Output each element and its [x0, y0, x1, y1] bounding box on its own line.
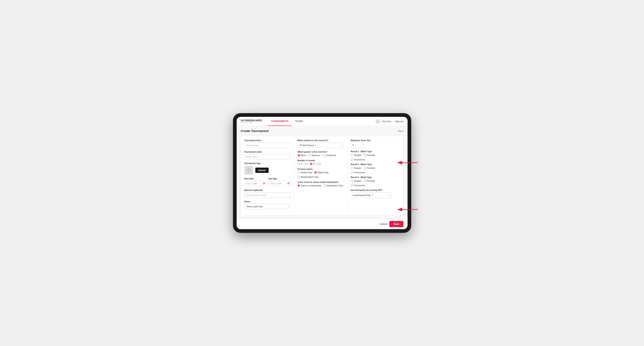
round3-label: Round 3 - Match Type: [351, 176, 391, 178]
sponsor-label: Sponsor (optional): [244, 189, 291, 191]
round2-singles[interactable]: Singles: [351, 167, 362, 169]
end-date-group: End date: [268, 177, 291, 186]
round1-foursomes[interactable]: Foursomes: [351, 158, 365, 161]
start-date-label: Start date: [244, 177, 266, 180]
page-wrapper: SCOREBOARD Powered by clippit TOURNAMENT…: [4, 113, 640, 233]
division-group: Which division is the event for? NCAA Di…: [298, 139, 344, 148]
tournament-host-group: Tournament Host: [244, 139, 291, 148]
sign-out-link[interactable]: Sign out: [395, 120, 403, 123]
dates-group: Start date End date: [244, 177, 291, 186]
rounds-group: Number of rounds 1 2: [298, 159, 344, 165]
form-col-1: Tournament Host Tournament name Tourname…: [241, 136, 294, 215]
tablet-frame: SCOREBOARD Powered by clippit TOURNAMENT…: [233, 113, 411, 233]
page-title: Create Tournament: [241, 129, 268, 133]
save-button[interactable]: Save: [389, 221, 403, 227]
main-content: Create Tournament ← Back Tournament Host…: [237, 126, 408, 219]
round3-foursomes[interactable]: Foursomes: [351, 184, 365, 187]
division-select-wrapper: NCAA Division I NCAA Division II NCAA Di…: [298, 143, 344, 148]
avatar: [376, 119, 380, 124]
logo-placeholder: [244, 166, 253, 175]
rounds-label: Number of rounds: [298, 159, 344, 162]
round1-fourball[interactable]: Fourball: [364, 154, 375, 156]
date-row: Start date End date: [244, 177, 291, 186]
start-date-input[interactable]: [244, 181, 266, 186]
nav-tabs: TOURNAMENTS TEAMS: [268, 117, 376, 126]
sponsor-group: Sponsor (optional): [244, 189, 291, 198]
brand-title: SCOREBOARD: [241, 119, 262, 122]
tournament-host-label: Tournament Host: [244, 139, 291, 142]
end-date-input[interactable]: [268, 181, 291, 186]
nav-tab-teams[interactable]: TEAMS: [292, 117, 306, 126]
upload-button[interactable]: Upload: [255, 168, 268, 173]
tablet-screen: SCOREBOARD Powered by clippit TOURNAMENT…: [237, 117, 408, 229]
round2-foursomes[interactable]: Foursomes: [351, 171, 365, 174]
scoring-group: Scoring system Stroke Play Match Play: [298, 168, 344, 178]
gender-womens[interactable]: Womens: [308, 154, 320, 157]
api-group: Use third-party live scoring API? Leader…: [351, 189, 391, 198]
gender-label: Which gender is the event for?: [298, 151, 344, 153]
venue-select[interactable]: Search golf club: [244, 204, 291, 209]
round-1[interactable]: 1: [298, 163, 302, 165]
sponsor-input[interactable]: [244, 192, 291, 198]
tournament-logo-group: Tournament logo Upload: [244, 162, 291, 175]
max-team-size-input[interactable]: [351, 143, 363, 148]
arrow-bottom-icon: [395, 205, 420, 214]
tournament-name-group: Tournament name: [244, 151, 291, 159]
teams-plus-individuals[interactable]: Teams (+Individuals): [298, 184, 322, 187]
round3-radio-group: Singles Fourball Foursomes: [351, 180, 391, 187]
max-team-size-label: Maximum Team Size: [351, 139, 391, 142]
scoring-match[interactable]: Match Play: [314, 171, 329, 174]
max-team-size-group: Maximum Team Size: [351, 139, 391, 148]
division-label: Which division is the event for?: [298, 139, 344, 142]
tournament-name-input[interactable]: [244, 154, 291, 159]
round3-fourball[interactable]: Fourball: [364, 180, 375, 182]
svg-point-1: [248, 170, 248, 170]
round2-match-type: Round 2 - Match Type Singles Fourball: [351, 163, 391, 174]
round3-singles[interactable]: Singles: [351, 180, 362, 182]
teams-group: Is this event for Teams and/or Individua…: [298, 181, 344, 187]
venue-group: Venue Search golf club: [244, 200, 291, 209]
round-2[interactable]: 2: [304, 163, 308, 165]
cancel-button[interactable]: Cancel: [380, 223, 387, 225]
api-label: Use third-party live scoring API?: [351, 189, 391, 191]
api-select[interactable]: Leaderboard King ✕ ▾: [351, 192, 391, 198]
gender-mens[interactable]: Mens: [298, 154, 306, 157]
user-name: Test User: [382, 120, 391, 123]
round1-label: Round 1 - Match Type: [351, 150, 391, 153]
tournament-logo-label: Tournament logo: [244, 162, 291, 165]
brand-sub: Powered by clippit: [241, 122, 262, 123]
individuals-only[interactable]: Individuals Only: [324, 184, 343, 187]
venue-select-wrapper: Search golf club: [244, 204, 291, 209]
round2-label: Round 2 - Match Type: [351, 163, 391, 166]
scoring-medal[interactable]: Medal Match Play: [298, 176, 318, 178]
api-remove-icon[interactable]: ✕: [372, 194, 374, 197]
scoring-stroke[interactable]: Stroke Play: [298, 171, 312, 174]
form-col-3: Maximum Team Size Round 1 - Match Type S…: [348, 136, 395, 215]
venue-label: Venue: [244, 200, 291, 203]
api-value: Leaderboard King ✕: [353, 194, 374, 197]
form-grid: Tournament Host Tournament name Tourname…: [241, 136, 404, 215]
gender-combined[interactable]: Combined: [322, 154, 336, 157]
end-date-wrapper: [268, 181, 291, 186]
round2-fourball[interactable]: Fourball: [364, 167, 375, 169]
round1-singles[interactable]: Singles: [351, 154, 362, 156]
round-4[interactable]: 4: [316, 163, 320, 165]
round-3[interactable]: 3: [310, 163, 314, 165]
page-header: Create Tournament ← Back: [241, 129, 404, 133]
back-link[interactable]: ← Back: [396, 130, 404, 132]
gender-group: Which gender is the event for? Mens Wome…: [298, 151, 344, 157]
round2-radio-group: Singles Fourball Foursomes: [351, 167, 391, 174]
rounds-radio-group: 1 2 3: [298, 163, 344, 165]
nav-brand: SCOREBOARD Powered by clippit: [241, 119, 262, 123]
scoring-radio-group: Stroke Play Match Play Medal Match Play: [298, 171, 344, 178]
round1-match-type: Round 1 - Match Type Singles Fourball: [351, 150, 391, 161]
end-date-label: End date: [268, 177, 291, 180]
teams-label: Is this event for Teams and/or Individua…: [298, 181, 344, 183]
division-select[interactable]: NCAA Division I NCAA Division II NCAA Di…: [298, 143, 344, 148]
nav-tab-tournaments[interactable]: TOURNAMENTS: [268, 117, 291, 126]
round1-radio-group: Singles Fourball Foursomes: [351, 154, 391, 161]
scoring-label: Scoring system: [298, 168, 344, 170]
nav-bar: SCOREBOARD Powered by clippit TOURNAMENT…: [237, 117, 408, 126]
nav-right: Test User | Sign out: [376, 119, 404, 124]
tournament-host-input[interactable]: [244, 143, 291, 148]
